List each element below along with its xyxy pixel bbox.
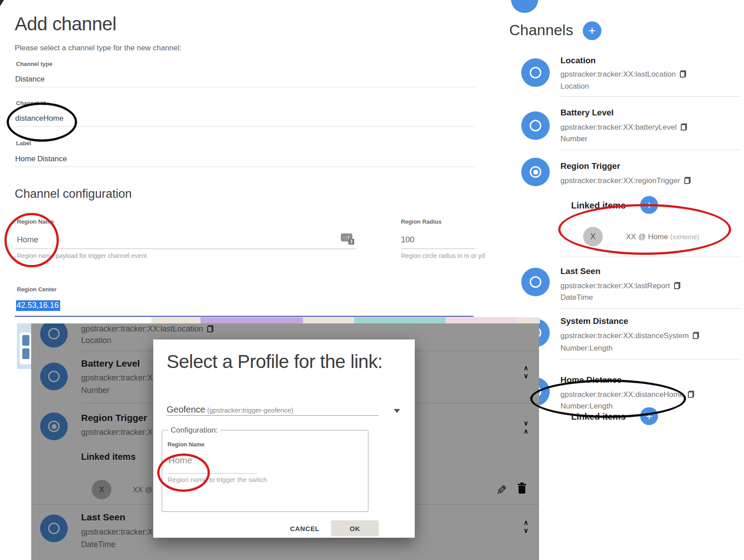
- region-center-label: Region Center: [17, 286, 57, 293]
- channel-id: gpstracker:tracker:XX:regionTrigger: [560, 176, 691, 185]
- channel-id-text: gpstracker:tracker:XX:batteryLevel: [560, 123, 677, 131]
- divider: [560, 257, 740, 257]
- linked-items-label: Linked items: [571, 412, 625, 422]
- dialog-region-name-input[interactable]: Home: [168, 455, 192, 466]
- region-center-focus-underline: [15, 316, 474, 317]
- form-subtitle: Please select a channel type for the new…: [15, 44, 181, 53]
- linked-item-label[interactable]: XX @ Home (xxHome): [626, 233, 699, 241]
- linked-item-note: (xxHome): [670, 233, 699, 241]
- channel-state-icon: [521, 58, 550, 87]
- channel-title[interactable]: Region Trigger: [560, 161, 620, 171]
- region-radius-hint: Region circle radius in m or yd: [401, 252, 485, 259]
- add-linked-item-fab[interactable]: +: [640, 196, 658, 214]
- channel-state-icon: [521, 111, 550, 140]
- profile-name: Geofence: [167, 405, 205, 414]
- copy-icon[interactable]: [681, 123, 687, 131]
- map-fragment: [200, 317, 303, 323]
- channel-id-input[interactable]: distanceHome: [15, 114, 64, 123]
- map-fragment: [446, 317, 517, 323]
- channel-item-type: Location: [560, 82, 589, 91]
- channel-type-value[interactable]: Distance: [15, 75, 45, 84]
- region-radius-input[interactable]: 100: [401, 235, 414, 245]
- map-zoom-in-button[interactable]: [22, 335, 29, 346]
- channel-id-label: Channel id: [16, 100, 45, 106]
- copy-icon[interactable]: [684, 177, 691, 184]
- label-field-input[interactable]: Home Distance: [15, 155, 67, 164]
- channel-id-text: gpstracker:tracker:XX:lastReport: [560, 282, 670, 290]
- region-radius-underline: [401, 249, 475, 249]
- channel-type-label: Channel type: [16, 61, 53, 67]
- region-radius-label: Region Radius: [401, 218, 441, 225]
- channel-id-text: gpstracker:tracker:XX:lastLocation: [560, 70, 676, 78]
- page-title: Add channel: [15, 13, 116, 35]
- map-fragment: [354, 317, 446, 323]
- region-center-selected-value: 42.53,16.16: [16, 300, 60, 311]
- profile-dialog: Select a Profile for the link: Geofence …: [153, 339, 415, 538]
- channel-id-text: gpstracker:tracker:XX:distanceHome: [560, 390, 684, 399]
- channel-id-text: gpstracker:tracker:XX:regionTrigger: [560, 176, 680, 185]
- linked-items-label: Linked items: [571, 200, 625, 211]
- channels-heading: Channels: [509, 21, 573, 39]
- add-linked-item-fab[interactable]: +: [640, 407, 658, 425]
- channel-state-icon: [521, 268, 550, 296]
- dialog-region-name-hint: Region name to trigger the switch: [168, 476, 267, 483]
- label-field-label: Label: [16, 140, 31, 147]
- dialog-region-name-underline: [168, 473, 257, 474]
- channel-trigger-icon: [521, 158, 550, 186]
- divider: [15, 126, 475, 127]
- channel-item-type: Number: [560, 135, 587, 143]
- screenshot-root: Add channel Please select a channel type…: [0, 0, 744, 560]
- channel-id: gpstracker:tracker:XX:lastLocation: [560, 70, 686, 79]
- channel-id-text: gpstracker:tracker:XX:distanceSystem: [560, 331, 689, 340]
- map-strip: [151, 317, 540, 323]
- top-partial-fab[interactable]: [511, 0, 538, 13]
- linked-item-text: XX @ Home: [626, 233, 668, 241]
- config-heading: Channel configuration: [15, 187, 132, 201]
- profile-detail: (gpstracker:trigger-geofence): [205, 406, 294, 414]
- channel-title[interactable]: Battery Level: [560, 108, 613, 118]
- channel-title[interactable]: Last Seen: [560, 266, 601, 276]
- dialog-title: Select a Profile for the link:: [167, 351, 383, 372]
- region-name-label: Region Name: [17, 218, 54, 225]
- filler-badge: 3: [348, 239, 354, 245]
- divider: [15, 87, 475, 87]
- channel-title[interactable]: Home Distance: [560, 375, 621, 385]
- copy-icon[interactable]: [693, 332, 699, 339]
- divider: [15, 167, 475, 167]
- ok-button[interactable]: OK: [331, 520, 379, 536]
- dialog-region-name-label: Region Name: [168, 441, 204, 448]
- channel-id: gpstracker:tracker:XX:distanceHome: [560, 390, 694, 399]
- channel-title[interactable]: System Distance: [560, 316, 628, 326]
- divider: [560, 96, 740, 97]
- configuration-legend: Configuration:: [168, 426, 220, 435]
- region-center-input[interactable]: 42.53,16.16: [16, 300, 60, 311]
- chevron-down-icon[interactable]: [394, 409, 400, 413]
- channel-id: gpstracker:tracker:XX:batteryLevel: [560, 123, 687, 132]
- channel-id: gpstracker:tracker:XX:distanceSystem: [560, 331, 699, 340]
- profile-select-underline: [167, 415, 379, 416]
- channel-title[interactable]: Location: [560, 56, 596, 65]
- add-channel-fab[interactable]: +: [583, 21, 601, 40]
- divider: [560, 150, 740, 150]
- divider: [560, 359, 740, 360]
- linked-item-avatar: X: [583, 227, 603, 246]
- copy-icon[interactable]: [674, 282, 680, 289]
- map-zoom-out-button[interactable]: [22, 348, 29, 359]
- channel-item-type: Number:Length: [560, 402, 613, 411]
- form-filler-icon[interactable]: ···| 3: [341, 233, 352, 241]
- corner-artifact: [0, 0, 4, 6]
- region-name-input[interactable]: Home: [17, 235, 38, 245]
- channel-item-type: DateTime: [560, 293, 593, 302]
- profile-select[interactable]: Geofence (gpstracker:trigger-geofence): [167, 405, 293, 415]
- channel-item-type: Number:Length: [560, 344, 613, 353]
- map-zoom-control[interactable]: [17, 323, 32, 369]
- cancel-button[interactable]: CANCEL: [283, 520, 326, 536]
- channel-id: gpstracker:tracker:XX:lastReport: [560, 282, 680, 290]
- region-name-hint: Region name payload for trigger channel …: [17, 252, 147, 259]
- divider: [560, 308, 740, 309]
- copy-icon[interactable]: [680, 70, 686, 78]
- configuration-fieldset: Configuration: Region Name Home Region n…: [162, 430, 368, 512]
- region-name-underline: [15, 249, 356, 249]
- copy-icon[interactable]: [688, 391, 694, 398]
